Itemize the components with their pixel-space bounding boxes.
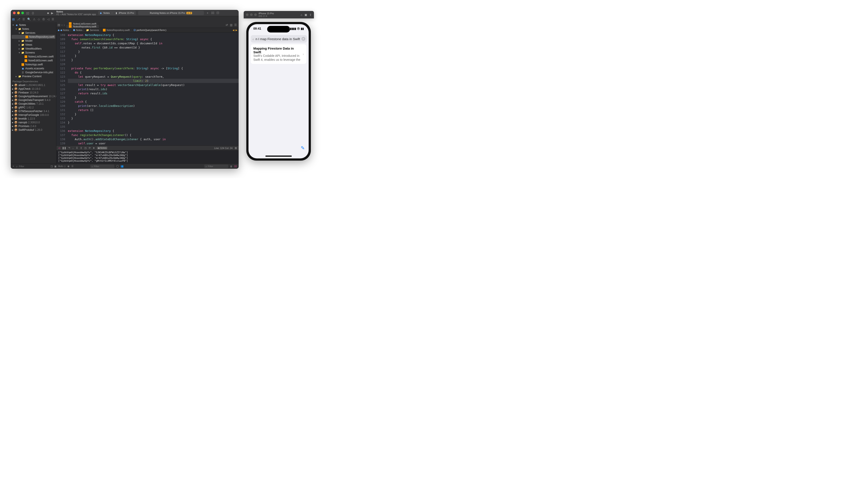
variables-filter[interactable]: ⌕ — [90, 165, 114, 168]
console-filter[interactable]: ⌕ — [204, 165, 228, 168]
console-clear-icon[interactable]: ◯ — [116, 165, 119, 168]
tree-item-viewmodifiers[interactable]: ▸📁ViewModifiers — [11, 47, 56, 51]
package-googleutilities[interactable]: ▸📦GoogleUtilities 7.13.1 — [11, 102, 56, 105]
project-navigator-icon[interactable]: ▤ — [12, 18, 15, 21]
debug-area-toggle-icon[interactable]: ▯▯ — [234, 165, 237, 168]
console-filter-input[interactable] — [208, 165, 221, 168]
variables-filter-input[interactable] — [94, 165, 107, 168]
editor-tab-noteslistscreen-swift[interactable]: 🟧NotesListScreen.swift — [66, 22, 99, 25]
minimap-toggle-icon[interactable]: ▥ — [235, 147, 237, 150]
ios-search-field[interactable]: ⌕ n I map Firestone data in Swift ✕ — [251, 35, 307, 42]
breakpoints-toggle-icon[interactable]: ◁ — [58, 147, 60, 150]
package-appcheck[interactable]: ▸📦AppCheck 10.19.0 — [11, 87, 56, 91]
continue-icon[interactable]: ↷ — [68, 147, 70, 150]
source-control-navigator-icon[interactable]: ⎇ — [17, 18, 20, 21]
tree-root[interactable]: ▾◆ Notes — [11, 23, 56, 27]
quicklook-icon[interactable]: ☰ — [71, 165, 73, 168]
file-tree[interactable]: ▾◆ Notes ▾📁Notes▾📁Services🟧NotesReposito… — [11, 22, 56, 163]
package-googledatatransport[interactable]: ▸📦GoogleDataTransport 9.4.0 — [11, 98, 56, 102]
compose-note-icon[interactable]: ✎ — [301, 145, 305, 151]
sim-minimize-icon[interactable] — [250, 13, 253, 16]
variables-view-mode[interactable]: Auto ◇ — [58, 165, 66, 168]
add-file-icon[interactable]: ＋ — [12, 164, 15, 168]
clear-search-icon[interactable]: ✕ — [301, 37, 305, 41]
inspectors-toggle-icon[interactable]: ◫ — [216, 11, 219, 15]
jump-bar[interactable]: ◆ ◆ Notes 〉 ◆ Notes 〉 📁 Services 〉 🟧 Not… — [56, 28, 239, 32]
add-target-icon[interactable]: ＋ — [206, 11, 209, 15]
code-content[interactable]: extension NotesRepository { func semanti… — [67, 32, 239, 146]
debug-view-icon[interactable]: ◳ — [84, 147, 87, 150]
sim-home-icon[interactable]: ⌂ — [301, 13, 302, 17]
tree-item-preview-content[interactable]: ▸📁Preview Content — [11, 74, 56, 78]
stop-button-icon[interactable]: ■ — [47, 11, 49, 15]
tree-item-googleservice-info-plist[interactable]: ☰GoogleService-Info.plist — [11, 70, 56, 74]
package-nanopb[interactable]: ▸📦nanopb 2.30910.0 — [11, 121, 56, 124]
tree-item-notesapp-swift[interactable]: 🟧NotesApp.swift — [11, 63, 56, 66]
step-over-icon[interactable]: ↓ — [72, 147, 74, 150]
close-window-icon[interactable] — [13, 12, 16, 14]
code-editor[interactable]: 1081091151161171181191201211221231241251… — [56, 32, 239, 146]
tree-item-model[interactable]: ▸📁Model — [11, 39, 56, 43]
package-gtmsessionfetcher[interactable]: ▸📦GTMSessionFetcher 3.4.1 — [11, 109, 56, 113]
report-navigator-icon[interactable]: ☰ — [52, 18, 54, 21]
test-navigator-icon[interactable]: ◇ — [38, 18, 40, 21]
debug-console[interactable]: ["GybbVqm9jHoaodmwVpYv", "SJKS4KZ9iBFWiS… — [56, 150, 239, 163]
add-editor-icon[interactable]: ▥ — [230, 23, 232, 27]
library-icon[interactable]: ▯▯ — [211, 11, 214, 15]
run-button-icon[interactable]: ▶ — [51, 11, 53, 15]
nav-arrows-icon[interactable]: ⟨⟩ — [32, 11, 34, 15]
jumpbar-next-icon[interactable]: ▶ — [236, 29, 237, 32]
package-googleappmeasurement[interactable]: ▸📦GoogleAppMeasurement 10.24.0 — [11, 94, 56, 98]
ios-search-result[interactable]: Mapping Firestore Data in Swift Swift's … — [251, 44, 306, 64]
tree-item-services[interactable]: ▾📁Services — [11, 31, 56, 35]
package-swiftprotobuf[interactable]: ▸📦SwiftProtobuf 1.26.0 — [11, 128, 56, 132]
breakpoint-navigator-icon[interactable]: ◁ — [47, 18, 50, 21]
sim-screenshot-icon[interactable]: ▣ — [305, 13, 307, 17]
package-interopforgoogle[interactable]: ▸📦InteropForGoogle 100.0.0 — [11, 113, 56, 117]
debug-navigator-icon[interactable]: ⦿ — [42, 18, 45, 21]
debug-location-icon[interactable]: ➤ — [93, 147, 95, 150]
find-navigator-icon[interactable]: 🔍 — [27, 18, 31, 21]
package-promises[interactable]: ▸📦Promises 2.4.0 — [11, 124, 56, 128]
zoom-window-icon[interactable] — [21, 12, 24, 14]
jumpbar-prev-icon[interactable]: ◀ — [232, 29, 234, 32]
step-into-icon[interactable]: ↧ — [76, 147, 78, 150]
tree-item-notesrepository-swift[interactable]: 🟧NotesRepository.swift — [12, 35, 55, 39]
package-leveldb[interactable]: ▸📦leveldb 1.22.5 — [11, 117, 56, 121]
editor-tab-notesrepository-swift[interactable]: 🟧NotesRepository.swift — [66, 25, 99, 28]
home-indicator[interactable] — [266, 156, 292, 157]
related-items-icon[interactable]: ▤ — [58, 23, 60, 27]
minimize-window-icon[interactable] — [17, 12, 20, 14]
editor-options-icon[interactable]: ☰ — [234, 23, 237, 27]
scheme-selector[interactable]: ◆ Notes 〉 ▮ iPhone 15 Pro — [98, 11, 136, 15]
tree-item-noteslistscreen-swift[interactable]: 🟧NotesListScreen.swift — [11, 55, 56, 59]
recent-files-icon[interactable]: ◳ — [51, 165, 53, 168]
adjust-editor-icon[interactable]: ⇄ — [226, 23, 228, 27]
trash-icon[interactable]: 🗑 — [230, 165, 232, 168]
step-out-icon[interactable]: ↥ — [80, 147, 82, 150]
forward-icon[interactable]: › — [64, 23, 65, 27]
tree-item-assets-xcassets[interactable]: ▣Assets.xcassets — [11, 66, 56, 70]
tree-item-noteeditscreen-swift[interactable]: 🟧NoteEditScreen.swift — [11, 59, 56, 63]
pause-icon[interactable]: ❚❚ — [62, 147, 66, 150]
bookmark-navigator-icon[interactable]: ☰ — [22, 18, 25, 21]
iphone-screen[interactable]: 09:41 ▮▮▮▮ ⦿ ▮▮ ⌕ n I map Firestone data… — [248, 24, 309, 158]
sidebar-toggle-icon[interactable]: ▯▯ — [26, 11, 29, 15]
warning-badge[interactable]: ⚠ 2 — [186, 12, 192, 14]
package-grpc[interactable]: ▸📦gRPC 1.62.2 — [11, 105, 56, 109]
console-users-icon[interactable]: 👥 — [121, 165, 124, 168]
tree-item-screens[interactable]: ▾📁Screens — [11, 51, 56, 55]
debug-process-icon[interactable]: ◆ Notes — [97, 147, 107, 150]
sim-share-icon[interactable]: ⇪ — [309, 13, 312, 17]
tree-item-views[interactable]: ▸📁Views — [11, 43, 56, 47]
sim-close-icon[interactable] — [246, 13, 248, 16]
debug-memory-icon[interactable]: ⟳ — [89, 147, 91, 150]
sim-zoom-icon[interactable] — [254, 13, 257, 16]
eye-icon[interactable]: ◉ — [67, 165, 70, 168]
package-abseil[interactable]: ▸📦abseil 1.2024011601.1 — [11, 83, 56, 87]
issue-navigator-icon[interactable]: ⚠ — [33, 18, 36, 21]
package-firebase[interactable]: ▸📦Firebase 10.24.0 — [11, 91, 56, 94]
back-icon[interactable]: ‹ — [61, 23, 62, 27]
navigator-filter-input[interactable] — [19, 165, 49, 168]
tree-item-notes[interactable]: ▾📁Notes — [11, 27, 56, 31]
